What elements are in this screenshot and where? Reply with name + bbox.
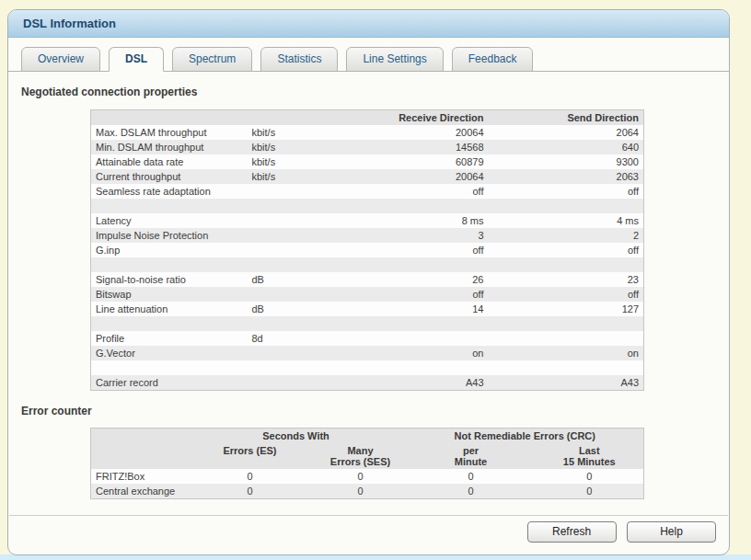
- errors-ses-value: 0: [315, 484, 407, 499]
- page-title: DSL Information: [23, 17, 116, 30]
- spacer-row: [91, 316, 644, 331]
- connection-row: Profile8d: [91, 331, 644, 346]
- connection-row: Attainable data ratekbit/s608799300: [91, 154, 644, 169]
- send-value: off: [489, 287, 644, 302]
- send-value: 9300: [489, 154, 644, 169]
- receive-value: 26: [344, 272, 489, 287]
- send-value: 2: [489, 228, 644, 243]
- tab-bar: OverviewDSLSpectrumStatisticsLine Settin…: [8, 46, 729, 72]
- send-value: [489, 199, 644, 213]
- many-errors-ses-header: Many Errors (SES): [315, 443, 407, 469]
- receive-value: off: [344, 243, 489, 257]
- connection-row: Min. DSLAM throughputkbit/s14568640: [91, 140, 644, 154]
- seconds-with-group-header: Seconds With: [186, 429, 407, 444]
- send-value: 2064: [489, 125, 644, 140]
- error-counter-table: Seconds With Not Remediable Errors (CRC)…: [90, 428, 644, 499]
- send-value: 2063: [489, 169, 644, 184]
- error-table-body: FRITZ!Box0000Central exchange0000: [91, 469, 644, 499]
- error-group-header-row: Seconds With Not Remediable Errors (CRC): [91, 429, 644, 444]
- error-row: Central exchange0000: [91, 484, 644, 499]
- spacer-row: [91, 257, 644, 272]
- row-unit: [248, 243, 344, 257]
- send-value: [489, 257, 644, 272]
- help-button[interactable]: Help: [627, 521, 716, 543]
- tab-line-settings[interactable]: Line Settings: [346, 47, 443, 72]
- connection-table-body: Max. DSLAM throughputkbit/s200642064Min.…: [91, 125, 644, 391]
- row-unit: [248, 228, 344, 243]
- row-label: Latency: [91, 213, 248, 228]
- receive-value: 3: [344, 228, 489, 243]
- send-direction-header: Send Direction: [489, 110, 644, 126]
- receive-value: [344, 360, 489, 375]
- row-unit: [248, 199, 344, 213]
- row-label: Attainable data rate: [91, 154, 248, 169]
- connection-table-header-row: Receive Direction Send Direction: [91, 110, 644, 126]
- window-titlebar: DSL Information: [8, 10, 729, 38]
- row-unit: kbit/s: [248, 125, 344, 140]
- row-unit: [248, 213, 344, 228]
- row-unit: [248, 360, 344, 375]
- error-row-label: Central exchange: [91, 484, 186, 499]
- row-label: Carrier record: [91, 375, 248, 391]
- receive-value: on: [344, 346, 489, 360]
- errors-es-value: 0: [186, 469, 315, 484]
- row-label: Max. DSLAM throughput: [91, 125, 248, 140]
- header-unit-empty: [248, 110, 344, 126]
- error-header-empty: [91, 429, 186, 444]
- spacer-row: [91, 199, 644, 213]
- row-unit: [248, 375, 344, 391]
- header-label-empty: [91, 110, 248, 126]
- row-unit: [248, 316, 344, 331]
- row-unit: dB: [248, 272, 344, 287]
- row-label: Seamless rate adaptation: [91, 184, 248, 199]
- crc-last-15-value: 0: [536, 484, 644, 499]
- send-value: [489, 316, 644, 331]
- error-row: FRITZ!Box0000: [91, 469, 644, 484]
- connection-row: Latency 8 ms4 ms: [91, 213, 644, 228]
- tab-overview[interactable]: Overview: [21, 47, 100, 72]
- receive-value: [344, 316, 489, 331]
- connection-row: G.inp offoff: [91, 243, 644, 257]
- row-label: G.Vector: [91, 346, 248, 360]
- crc-last-15-value: 0: [536, 469, 644, 484]
- send-value: A43: [489, 375, 644, 391]
- crc-per-minute-value: 0: [407, 469, 536, 484]
- error-section-heading: Error counter: [21, 405, 729, 417]
- row-unit: kbit/s: [248, 169, 344, 184]
- dsl-information-window: DSL Information OverviewDSLSpectrumStati…: [7, 9, 730, 555]
- row-unit: [248, 257, 344, 272]
- row-label: [91, 199, 248, 213]
- receive-value: A43: [344, 375, 489, 391]
- send-value: 640: [489, 140, 644, 154]
- tab-dsl[interactable]: DSL: [109, 47, 164, 72]
- connection-properties-table: Receive Direction Send Direction Max. DS…: [90, 109, 644, 391]
- connection-row: Carrier record A43A43: [91, 375, 644, 391]
- send-value: off: [489, 184, 644, 199]
- row-label: Profile: [91, 331, 248, 346]
- error-column-header-row: Errors (ES) Many Errors (SES) per Minute…: [91, 443, 644, 469]
- receive-value: 20064: [344, 169, 489, 184]
- refresh-button[interactable]: Refresh: [527, 521, 617, 543]
- receive-value: 20064: [344, 125, 489, 140]
- row-unit: [248, 287, 344, 302]
- connection-row: Max. DSLAM throughputkbit/s200642064: [91, 125, 644, 140]
- send-value: [489, 331, 644, 346]
- send-value: on: [489, 346, 644, 360]
- send-value: 4 ms: [489, 213, 644, 228]
- row-label: [91, 316, 248, 331]
- tab-spectrum[interactable]: Spectrum: [172, 47, 252, 72]
- error-header-empty-2: [91, 443, 186, 469]
- receive-value: [344, 257, 489, 272]
- button-bar: Refresh Help: [9, 515, 728, 543]
- receive-value: off: [344, 287, 489, 302]
- per-minute-header: per Minute: [407, 443, 536, 469]
- tab-feedback[interactable]: Feedback: [452, 47, 534, 72]
- row-label: G.inp: [91, 243, 248, 257]
- send-value: off: [489, 243, 644, 257]
- send-value: [489, 360, 644, 375]
- row-unit: [248, 184, 344, 199]
- row-unit: kbit/s: [248, 154, 344, 169]
- errors-es-value: 0: [186, 484, 315, 499]
- tab-statistics[interactable]: Statistics: [260, 47, 338, 72]
- receive-direction-header: Receive Direction: [344, 110, 489, 126]
